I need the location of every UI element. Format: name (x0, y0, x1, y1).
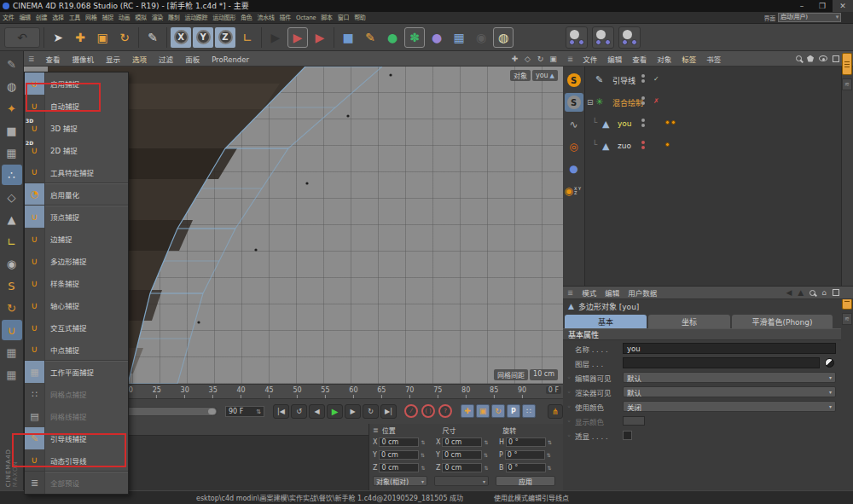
soft-selection-button[interactable]: ● (565, 159, 583, 178)
search-icon[interactable] (796, 55, 802, 61)
record-rotation-toggle[interactable]: ↻ (491, 404, 505, 418)
visibility-dots[interactable] (641, 119, 645, 127)
menubar-item-4[interactable]: 选择 (49, 14, 66, 21)
render-to-picture-viewer-button[interactable]: ▶ (287, 27, 308, 48)
edges-mode-button[interactable]: ◇ (2, 187, 22, 207)
name-field[interactable]: you (623, 343, 836, 354)
viewport-menu-2[interactable]: 摄像机 (67, 55, 101, 64)
add-camera-button[interactable]: ◉ (471, 27, 491, 48)
object-manager-menu-1[interactable]: 文件 (577, 55, 602, 64)
enable-axis-button[interactable]: ∟ (2, 231, 22, 252)
rotation-b-field[interactable]: 0 ° (506, 463, 546, 472)
rotate-workplane-button[interactable]: ↻ (2, 298, 22, 318)
make-editable-button[interactable]: ◍ (2, 76, 22, 96)
coordinate-mode2-select[interactable]: ▾ (434, 476, 489, 486)
menubar-item-18[interactable]: 脚本 (318, 14, 334, 21)
attribute-menu-1[interactable]: 模式 (577, 289, 601, 298)
coordinate-system-button[interactable]: ∟ (237, 27, 258, 48)
enable-snap-button[interactable]: ∪ (2, 320, 22, 340)
snap-menu-item-7[interactable]: ∪顶点捕捉 (25, 206, 128, 228)
viewport-menu-4[interactable]: 选项 (126, 55, 153, 64)
snap-menu-item-11[interactable]: ∪轴心捕捉 (25, 294, 128, 316)
record-pla-toggle[interactable]: ∷ (522, 404, 536, 418)
solo-on-button[interactable]: S (565, 71, 583, 90)
size-x-field[interactable]: 0 cm (442, 437, 482, 447)
polygons-mode-button[interactable]: ▲ (2, 209, 22, 229)
texture-mode-button[interactable]: ▦ (2, 142, 22, 163)
stepper-icon[interactable]: ⇅ (548, 465, 552, 471)
viewport-nav-icon-2[interactable]: ◇ (521, 55, 534, 63)
arrow-left-icon[interactable]: ◀ (786, 288, 792, 297)
lock-y-axis-button[interactable]: Y (193, 27, 213, 48)
add-environment-button[interactable]: ▦ (449, 27, 469, 48)
menubar-item-7[interactable]: 捕捉 (99, 14, 115, 21)
cursor-icon[interactable]: ▲ (798, 288, 804, 297)
stepper-icon[interactable]: ⇅ (484, 439, 488, 445)
planar-workplane-button[interactable]: ▦ (2, 364, 22, 385)
panel-icon[interactable] (833, 289, 839, 296)
object-manager-menu-2[interactable]: 编辑 (602, 55, 627, 64)
anim-dot-icon[interactable]: ◦ (563, 374, 575, 381)
record-keyframe-button[interactable]: ⁄ (404, 404, 418, 418)
menubar-item-2[interactable]: 编辑 (16, 14, 32, 21)
lock-workplane-button[interactable]: ▦ (2, 342, 22, 362)
object-row-guide[interactable]: ✎ 引导线 ✓ (585, 70, 841, 92)
disabled-cross-icon[interactable]: ✗ (653, 97, 659, 105)
next-key-button[interactable]: ↻ (363, 404, 379, 419)
snap-menu-item-14[interactable]: ▦工作平面捕捉 (25, 361, 128, 383)
viewport-nav-icon-3[interactable]: ↻ (534, 55, 547, 63)
undo-button[interactable]: ↶ (4, 27, 40, 48)
previous-key-button[interactable]: ↺ (291, 404, 307, 419)
anim-dot-icon[interactable]: ◦ (563, 389, 575, 396)
color-swatch[interactable] (623, 416, 645, 426)
size-y-field[interactable]: 0 cm (442, 450, 482, 460)
rotation-p-field[interactable]: 0 ° (505, 450, 545, 460)
menubar-item-13[interactable]: 运动图形 (210, 14, 238, 21)
rotate-tool[interactable]: ↻ (114, 27, 135, 48)
layer-browser-icon[interactable] (825, 358, 834, 368)
grid-handle-icon[interactable]: ≣ (567, 55, 573, 63)
eye-icon[interactable] (819, 55, 827, 61)
coordinate-mode-select[interactable]: 对象(相对) ▾ (373, 476, 427, 486)
xray-checkbox[interactable] (623, 431, 632, 440)
scale-tool[interactable]: ▣ (92, 27, 113, 48)
menubar-item-16[interactable]: 插件 (277, 14, 293, 21)
filter-icon[interactable] (807, 55, 814, 62)
spline-smooth-button[interactable]: ∿ (565, 115, 583, 134)
object-manager-menu-4[interactable]: 对象 (652, 55, 676, 64)
object-manager-menu-5[interactable]: 标签 (676, 55, 701, 64)
render-spheres-button-3[interactable] (618, 26, 641, 49)
viewport-nav-icon-1[interactable]: ✚ (508, 55, 521, 63)
axis-lock-xyz-button[interactable]: ◉X Y Z (565, 182, 583, 200)
section-header[interactable]: 基本属性 (563, 328, 841, 340)
snap-menu-item-10[interactable]: ∪样条捕捉 (25, 272, 128, 294)
object-row-you[interactable]: └ ▲ you (585, 114, 841, 136)
lock-icon[interactable]: ⌂ (821, 288, 827, 297)
menubar-item-14[interactable]: 角色 (238, 14, 254, 21)
attribute-menu-2[interactable]: 编辑 (601, 289, 624, 298)
object-manager-scrollbar[interactable] (841, 67, 853, 286)
record-scale-toggle[interactable]: ▣ (476, 404, 490, 418)
record-parameter-toggle[interactable]: P (507, 404, 520, 418)
object-manager-menu-3[interactable]: 查看 (627, 55, 652, 64)
use-color-select[interactable]: 关闭▾ (623, 401, 836, 412)
menubar-item-6[interactable]: 网格 (83, 14, 99, 21)
model-mode-button[interactable]: ■ (2, 120, 22, 141)
stepper-icon[interactable]: ⇅ (421, 452, 425, 458)
position-x-field[interactable]: 0 cm (379, 437, 419, 447)
snap-menu-item-12[interactable]: ∪交互式捕捉 (25, 316, 128, 339)
render-visibility-select[interactable]: 默认▾ (623, 386, 836, 397)
viewport-nav-icon-4[interactable]: ▣ (547, 55, 560, 63)
next-frame-button[interactable]: ▶ (345, 404, 361, 419)
character-animation-button[interactable]: ⋔ (548, 404, 563, 419)
goto-start-button[interactable]: |◀ (273, 404, 289, 419)
points-mode-button[interactable]: ∴ (2, 165, 22, 185)
editor-visibility-select[interactable]: 默认▾ (623, 372, 836, 383)
menubar-item-17[interactable]: Octane (293, 14, 318, 21)
fold-tab-icon[interactable] (842, 53, 852, 75)
tab-coordinates[interactable]: 坐标 (648, 315, 730, 328)
interface-select[interactable]: 启动(用户) ▾ (778, 13, 841, 22)
add-deformer-button[interactable]: ● (426, 27, 447, 48)
grid-handle-icon[interactable]: ≣ (567, 288, 573, 297)
goto-end-button[interactable]: ▶| (380, 404, 397, 419)
